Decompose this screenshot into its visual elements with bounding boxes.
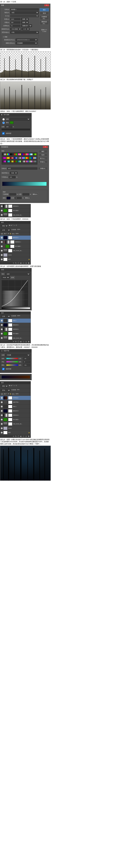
layer-thumb[interactable] xyxy=(3,336,7,340)
stop-opacity-input[interactable] xyxy=(9,193,16,195)
filter-smart-icon[interactable]: ◫ xyxy=(16,225,17,227)
eye-icon[interactable] xyxy=(1,237,3,239)
trash-icon[interactable]: 🗑 xyxy=(28,262,30,264)
stop-color-swatch[interactable] xyxy=(7,197,10,199)
layer-name[interactable]: 颜色填充 1 xyxy=(13,410,19,412)
eye-icon[interactable] xyxy=(1,214,3,216)
blend-mode-select[interactable]: 正常 xyxy=(1,229,10,231)
lock-all-icon[interactable]: 🔒 xyxy=(10,233,11,235)
layer-thumb[interactable] xyxy=(3,236,7,239)
eye-icon[interactable] xyxy=(1,397,3,399)
delete-preset-button[interactable]: 删除预设(D)... xyxy=(40,20,49,25)
bits-select[interactable]: 8 位 xyxy=(22,28,30,30)
eye-icon[interactable] xyxy=(1,258,3,260)
eye-icon[interactable] xyxy=(1,337,3,339)
layer-thumb[interactable] xyxy=(3,401,7,404)
layer-thumb[interactable] xyxy=(5,245,9,248)
stop-loc2-input[interactable] xyxy=(15,197,22,199)
fx-icon[interactable]: fx xyxy=(15,435,17,437)
curves-graph[interactable] xyxy=(2,280,28,306)
folder-icon[interactable]: ▢ xyxy=(23,341,24,342)
layer-thumb[interactable] xyxy=(3,332,7,335)
preset-select[interactable]: 自定 xyxy=(10,11,39,14)
bg-select[interactable]: 白色 xyxy=(10,31,39,34)
grad-cancel-button[interactable]: 取消 xyxy=(38,153,48,156)
layer-name[interactable]: dark_forest_sto... xyxy=(13,338,22,339)
layer-name[interactable]: dark_forest_sto... xyxy=(13,423,22,425)
width-input[interactable] xyxy=(10,18,20,20)
cb-preserve-checkbox[interactable] xyxy=(2,368,4,370)
fill-value[interactable]: 100% xyxy=(16,393,19,395)
layer-name[interactable]: 曲线 1 xyxy=(13,320,17,321)
layer-name[interactable]: 背景 xyxy=(8,432,10,433)
lock-trans-icon[interactable]: ▦ xyxy=(4,393,5,395)
auto-button[interactable]: 自动 xyxy=(10,276,15,279)
mask-icon[interactable]: ◯ xyxy=(18,435,19,437)
height-unit-select[interactable]: 像素 xyxy=(21,21,29,24)
layer-thumb[interactable] xyxy=(3,427,7,430)
eye-icon[interactable] xyxy=(1,419,3,421)
layer-thumb[interactable] xyxy=(3,431,7,434)
layer-thumb[interactable] xyxy=(5,240,9,244)
layer-thumb[interactable] xyxy=(3,209,7,212)
layer-mask[interactable] xyxy=(8,413,12,417)
aspect-select[interactable]: 方形像素 xyxy=(16,42,37,44)
eye-icon[interactable] xyxy=(1,205,3,207)
layer-name[interactable]: 背景 xyxy=(8,258,10,260)
layer-name[interactable]: 颜色填充 1 xyxy=(13,237,19,239)
layer-name[interactable]: 色彩平衡 1 xyxy=(13,401,19,403)
layer-mask[interactable] xyxy=(8,209,12,212)
layer-thumb[interactable] xyxy=(3,418,7,421)
adj-icon[interactable]: ◐ xyxy=(20,341,22,342)
ok-button[interactable]: 确定 xyxy=(40,8,49,11)
layer-mask[interactable] xyxy=(8,213,12,217)
layer-name[interactable]: clouds xyxy=(8,254,12,255)
mask-icon[interactable]: ◯ xyxy=(18,341,19,342)
filter-smart-icon[interactable]: ◫ xyxy=(16,385,17,388)
grad-type-select[interactable]: 实底 xyxy=(10,172,18,174)
eye-icon[interactable] xyxy=(1,250,3,252)
lock-all-icon[interactable]: 🔒 xyxy=(10,393,11,395)
layer-name[interactable]: 渐变映射 1 xyxy=(13,397,19,399)
fx-icon[interactable]: fx xyxy=(15,341,17,342)
layer-thumb[interactable] xyxy=(3,205,7,208)
layer-mask[interactable] xyxy=(10,240,15,244)
res-unit-select[interactable]: 像素/英寸 xyxy=(21,25,32,27)
opacity-value[interactable]: 100% xyxy=(17,315,20,318)
res-input[interactable] xyxy=(10,25,20,27)
layer-thumb[interactable] xyxy=(3,422,7,426)
layer-thumb[interactable] xyxy=(3,323,7,327)
adj-icon[interactable]: ◐ xyxy=(20,435,22,437)
layer-mask[interactable] xyxy=(8,396,12,400)
layer-kind-select[interactable]: 类型 xyxy=(1,385,8,388)
grad-new-button[interactable]: 新建(W) xyxy=(38,167,48,170)
layer-mask[interactable] xyxy=(8,401,12,404)
folder-icon[interactable]: ▢ xyxy=(23,435,24,437)
layer-mask[interactable] xyxy=(8,405,12,408)
layer-name[interactable]: 照片滤镜 1 xyxy=(15,245,21,247)
curves-channel-select[interactable]: RGB xyxy=(2,276,9,279)
eye-icon[interactable] xyxy=(1,333,3,335)
layer-name[interactable]: dark_forest_sto... xyxy=(13,250,22,251)
stop-delete-button[interactable]: 删除(D) xyxy=(32,193,38,196)
profile-select[interactable]: sRGB IEC61966-2.1 xyxy=(16,38,37,41)
grad-name-input[interactable] xyxy=(7,167,37,169)
close-icon[interactable]: × xyxy=(44,4,49,6)
grad-smooth-input[interactable] xyxy=(9,176,16,178)
layer-name[interactable]: 照片滤镜 1 xyxy=(13,419,19,421)
eye-icon[interactable] xyxy=(1,401,3,403)
tone-select[interactable]: 中间调 xyxy=(5,354,30,356)
filter-color-swatch[interactable] xyxy=(10,121,13,124)
layer-thumb[interactable] xyxy=(3,396,7,400)
trash-icon[interactable]: 🗑 xyxy=(28,435,30,437)
eye-icon[interactable] xyxy=(1,210,3,212)
grad-load-button[interactable]: 载入(L)... xyxy=(38,157,48,160)
opacity-value[interactable]: 100% xyxy=(17,229,20,231)
new-layer-icon[interactable]: ◲ xyxy=(25,435,27,437)
folder-icon[interactable]: ▢ xyxy=(23,262,24,264)
layer-thumb[interactable] xyxy=(3,249,7,252)
mask-icon[interactable]: ◯ xyxy=(18,262,19,264)
layer-thumb[interactable] xyxy=(3,213,7,217)
layer-name[interactable]: 照片滤镜 1 xyxy=(13,333,19,335)
yellow-blue-slider[interactable] xyxy=(6,365,18,366)
